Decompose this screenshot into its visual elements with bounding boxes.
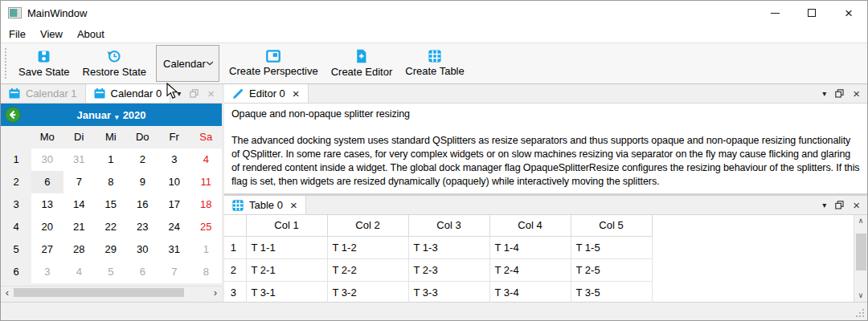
tab-calendar-0[interactable]: Calendar 0 <box>86 84 171 103</box>
calendar-day[interactable]: 13 <box>31 193 63 216</box>
calendar-day[interactable]: 21 <box>63 216 96 238</box>
calendar-day[interactable]: 14 <box>63 193 96 216</box>
calendar-day[interactable]: 29 <box>95 238 127 261</box>
calendar-day[interactable]: 8 <box>95 171 127 193</box>
calendar-day[interactable]: 28 <box>63 238 96 261</box>
save-state-button[interactable]: Save State <box>12 44 76 83</box>
dock-menu-caret-icon[interactable]: ▾ <box>177 89 181 98</box>
scroll-left-icon[interactable]: ‹ <box>1 286 14 299</box>
calendar-day[interactable]: 30 <box>127 238 159 261</box>
calendar-day[interactable]: 4 <box>190 148 223 171</box>
close-dock-icon[interactable]: × <box>207 87 215 100</box>
calendar-day[interactable]: 1 <box>190 238 223 261</box>
calendar-day[interactable]: 3 <box>31 261 63 283</box>
table-cell[interactable]: T 1-2 <box>327 236 408 258</box>
table-cell[interactable]: T 2-2 <box>327 258 408 281</box>
calendar-day[interactable]: 15 <box>95 193 127 216</box>
create-perspective-button[interactable]: Create Perspective <box>223 44 325 83</box>
calendar-day[interactable]: 20 <box>31 216 63 238</box>
calendar-month[interactable]: Januar <box>76 109 111 121</box>
calendar-day[interactable]: 6 <box>31 171 63 193</box>
calendar-day[interactable]: 7 <box>158 261 190 283</box>
table-widget: Col 1 Col 2 Col 3 Col 4 Col 5 1T 1-1T 1-… <box>224 215 867 302</box>
menu-file[interactable]: File <box>2 26 33 42</box>
calendar-day[interactable]: 6 <box>127 261 159 283</box>
table-cell[interactable]: T 3-5 <box>571 281 652 302</box>
table-cell[interactable]: T 1-1 <box>246 236 327 258</box>
table-cell[interactable]: T 1-4 <box>489 236 571 258</box>
calendar-day[interactable]: 31 <box>63 148 96 171</box>
column-header[interactable]: Col 3 <box>408 215 489 236</box>
calendar-day[interactable]: 31 <box>158 238 190 261</box>
scrollbar-thumb[interactable] <box>14 288 184 297</box>
calendar-month-year[interactable]: Januar ▾ 2020 <box>76 109 145 121</box>
right-dock-area: Editor 0 × ▾ × Opaque and non-opaque spl… <box>224 84 867 302</box>
table-cell[interactable]: T 1-3 <box>408 236 489 258</box>
scroll-down-icon[interactable]: ∨ <box>858 290 864 302</box>
dock-menu-caret-icon[interactable]: ▾ <box>822 89 826 98</box>
close-dock-icon[interactable]: × <box>853 87 860 100</box>
menu-about[interactable]: About <box>70 26 112 42</box>
close-tab-icon[interactable]: × <box>293 87 300 100</box>
calendar-day[interactable]: 10 <box>158 171 190 193</box>
calendar-day[interactable]: 8 <box>190 261 223 283</box>
perspective-combobox[interactable]: Calendar <box>156 45 219 82</box>
create-editor-button[interactable]: Create Editor <box>325 44 399 83</box>
calendar-day[interactable]: 1 <box>95 148 127 171</box>
minimize-button[interactable] <box>756 1 793 25</box>
table-cell[interactable]: T 3-1 <box>246 281 327 302</box>
calendar-day[interactable]: 7 <box>63 171 96 193</box>
resize-grip-icon[interactable] <box>856 309 865 318</box>
tab-table-0[interactable]: Table 0 × <box>224 196 306 214</box>
restore-state-button[interactable]: Restore State <box>76 44 154 83</box>
calendar-day[interactable]: 22 <box>95 216 127 238</box>
calendar-day[interactable]: 3 <box>158 148 190 171</box>
calendar-day[interactable]: 17 <box>158 193 190 216</box>
tab-calendar-1[interactable]: Calendar 1 <box>1 84 86 103</box>
column-header[interactable]: Col 4 <box>489 215 571 236</box>
calendar-day[interactable]: 23 <box>127 216 159 238</box>
toolbar-drag-handle[interactable] <box>5 48 6 79</box>
calendar-day[interactable]: 9 <box>127 171 159 193</box>
table-cell[interactable]: T 3-2 <box>327 281 408 302</box>
float-window-icon[interactable] <box>835 89 844 98</box>
table-cell[interactable]: T 2-5 <box>571 258 652 281</box>
create-table-button[interactable]: Create Table <box>399 44 470 83</box>
close-dock-icon[interactable]: × <box>853 199 860 211</box>
column-header[interactable]: Col 1 <box>246 215 327 236</box>
float-window-icon[interactable] <box>835 201 844 209</box>
calendar-horizontal-scrollbar[interactable]: ‹ › <box>1 286 222 298</box>
calendar-day[interactable]: 27 <box>31 238 63 261</box>
previous-month-button[interactable] <box>5 107 21 123</box>
menu-view[interactable]: View <box>33 26 70 42</box>
close-tab-icon[interactable]: × <box>290 199 297 211</box>
table-cell[interactable]: T 1-5 <box>571 236 652 258</box>
column-header[interactable]: Col 2 <box>327 215 408 236</box>
table-cell[interactable]: T 2-4 <box>489 258 571 281</box>
tab-editor-0[interactable]: Editor 0 × <box>224 84 309 103</box>
table-cell[interactable]: T 2-1 <box>246 258 327 281</box>
editor-text-area[interactable]: Opaque and non-opaque splitter resizing … <box>224 104 867 193</box>
calendar-day[interactable]: 18 <box>190 193 223 216</box>
calendar-day[interactable]: 25 <box>190 216 223 238</box>
maximize-button[interactable] <box>793 1 830 25</box>
dock-menu-caret-icon[interactable]: ▾ <box>822 201 826 209</box>
calendar-day[interactable]: 30 <box>31 148 63 171</box>
calendar-day[interactable]: 16 <box>127 193 159 216</box>
calendar-year[interactable]: 2020 <box>123 109 146 121</box>
scroll-up-icon[interactable]: ∧ <box>858 215 864 227</box>
scroll-right-icon[interactable]: › <box>209 286 222 299</box>
calendar-day[interactable]: 5 <box>95 261 127 283</box>
scrollbar-thumb[interactable] <box>856 234 866 270</box>
table-vertical-scrollbar[interactable]: ∧ ∨ <box>854 215 867 302</box>
table-cell[interactable]: T 2-3 <box>408 258 489 281</box>
float-window-icon[interactable] <box>190 89 199 98</box>
calendar-day[interactable]: 4 <box>63 261 96 283</box>
column-header[interactable]: Col 5 <box>571 215 652 236</box>
close-button[interactable]: × <box>830 1 867 25</box>
table-cell[interactable]: T 3-4 <box>489 281 571 302</box>
calendar-day[interactable]: 2 <box>127 148 159 171</box>
calendar-day[interactable]: 24 <box>158 216 190 238</box>
calendar-day[interactable]: 11 <box>190 171 223 193</box>
table-cell[interactable]: T 3-3 <box>408 281 489 302</box>
